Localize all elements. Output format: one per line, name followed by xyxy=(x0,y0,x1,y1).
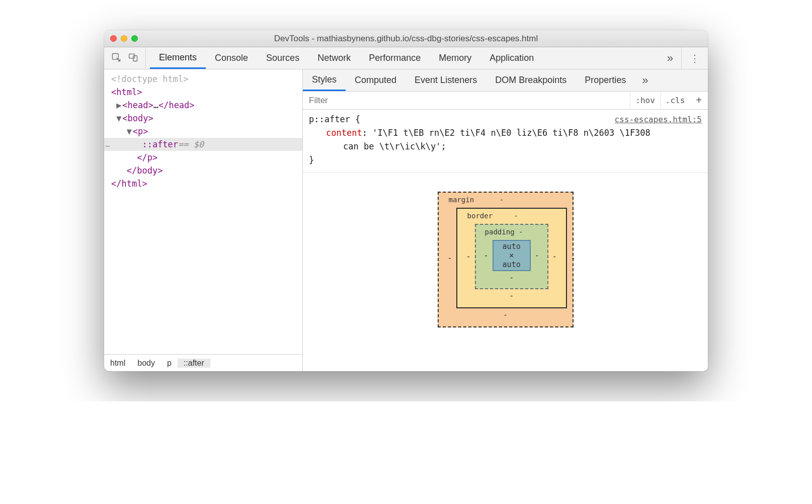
crumb-html[interactable]: html xyxy=(104,359,131,368)
styles-filter-row: :hov .cls + xyxy=(303,92,708,110)
tab-elements[interactable]: Elements xyxy=(150,47,206,69)
dom-doctype: <!doctype html> xyxy=(111,74,189,84)
dom-selected-pseudo: ::after xyxy=(142,138,178,151)
styles-filter-input[interactable] xyxy=(303,96,630,106)
box-model-padding[interactable]: padding - - auto × auto - - xyxy=(475,224,548,289)
breadcrumb: html body p ::after xyxy=(104,354,302,371)
new-style-rule-icon[interactable]: + xyxy=(690,95,708,106)
styles-tabs-overflow-icon[interactable]: » xyxy=(635,69,655,91)
border-left: - xyxy=(466,252,471,261)
toolbar-icons xyxy=(104,47,146,69)
dom-panel: <!doctype html> <html> ▶<head>…</head> ▼… xyxy=(104,69,303,371)
margin-left: - xyxy=(448,254,452,263)
prop-name-content[interactable]: content xyxy=(326,128,362,138)
tab-sources[interactable]: Sources xyxy=(257,47,308,69)
border-label: border xyxy=(467,212,493,220)
disclosure-right-icon[interactable]: ▶ xyxy=(116,99,122,112)
dom-html-close[interactable]: </html> xyxy=(111,179,147,189)
box-model-content[interactable]: auto × auto xyxy=(493,240,531,271)
tab-performance[interactable]: Performance xyxy=(360,47,430,69)
padding-right: - xyxy=(535,251,539,260)
device-toggle-icon[interactable] xyxy=(128,52,138,64)
crumb-p[interactable]: p xyxy=(161,359,178,368)
tab-console[interactable]: Console xyxy=(206,47,257,69)
prop-value-line2[interactable]: can be \t\r\ic\k\y'; xyxy=(343,141,446,151)
box-model-border[interactable]: border - - padding - - auto × auto xyxy=(456,208,567,308)
dom-selected-suffix: == $0 xyxy=(178,138,204,151)
rule-source-link[interactable]: css-escapes.html:5 xyxy=(615,113,702,126)
dom-head-open[interactable]: <head> xyxy=(122,100,153,110)
dom-selected-node[interactable]: … ::after == $0 xyxy=(104,138,302,151)
rule-selector[interactable]: p::after { xyxy=(309,113,360,126)
tab-properties[interactable]: Properties xyxy=(576,69,635,91)
tab-event-listeners[interactable]: Event Listeners xyxy=(405,69,486,91)
margin-label: margin xyxy=(449,196,474,204)
border-top: - xyxy=(514,212,518,220)
panels: <!doctype html> <html> ▶<head>…</head> ▼… xyxy=(104,69,708,371)
crumb-body[interactable]: body xyxy=(131,359,161,368)
tab-memory[interactable]: Memory xyxy=(430,47,480,69)
box-model[interactable]: margin - - border - - padding - xyxy=(303,173,708,371)
border-right: - xyxy=(552,252,557,261)
titlebar: DevTools - mathiasbynens.github.io/css-d… xyxy=(104,30,708,47)
margin-right: - xyxy=(571,254,576,263)
svg-rect-1 xyxy=(129,54,135,58)
disclosure-down-icon[interactable]: ▼ xyxy=(127,125,133,138)
dom-body-close[interactable]: </body> xyxy=(127,165,163,176)
box-model-margin[interactable]: margin - - border - - padding - xyxy=(438,192,574,327)
padding-top: - xyxy=(519,228,523,236)
gutter-ellipsis-icon[interactable]: … xyxy=(104,138,111,151)
tab-computed[interactable]: Computed xyxy=(346,69,405,91)
styles-panel: Styles Computed Event Listeners DOM Brea… xyxy=(303,69,708,371)
dom-body-open[interactable]: <body> xyxy=(122,113,153,123)
padding-label: padding xyxy=(485,228,515,236)
main-toolbar: Elements Console Sources Network Perform… xyxy=(104,47,708,69)
disclosure-down-icon[interactable]: ▼ xyxy=(116,112,122,125)
tab-styles[interactable]: Styles xyxy=(303,69,346,91)
tab-network[interactable]: Network xyxy=(308,47,360,69)
dom-head-ellipsis: … xyxy=(153,100,158,110)
border-bottom: - xyxy=(509,291,514,300)
dom-head-close: </head> xyxy=(158,100,195,110)
styles-tabs: Styles Computed Event Listeners DOM Brea… xyxy=(303,69,708,92)
rule-close-brace: } xyxy=(309,155,314,165)
kebab-menu-icon[interactable]: ⋮ xyxy=(681,47,708,69)
padding-bottom: - xyxy=(509,273,514,282)
tabs-overflow-icon[interactable]: » xyxy=(659,47,681,69)
crumb-after[interactable]: ::after xyxy=(178,359,210,368)
main-tabs: Elements Console Sources Network Perform… xyxy=(146,47,659,69)
dom-tree[interactable]: <!doctype html> <html> ▶<head>…</head> ▼… xyxy=(104,69,302,354)
toggle-cls-button[interactable]: .cls xyxy=(660,92,690,109)
inspect-icon[interactable] xyxy=(111,52,121,64)
dom-p-close[interactable]: </p> xyxy=(137,152,157,162)
dom-html-open[interactable]: <html> xyxy=(111,87,142,97)
toggle-hov-button[interactable]: :hov xyxy=(630,92,660,109)
style-rule[interactable]: p::after { css-escapes.html:5 content: '… xyxy=(303,110,708,173)
tab-application[interactable]: Application xyxy=(480,47,543,69)
padding-left: - xyxy=(484,251,489,260)
prop-value-line1[interactable]: 'I\F1 t\EB rn\E2 ti\F4 n\E0 liz\E6 ti\F8… xyxy=(372,128,651,138)
dom-p-open[interactable]: <p> xyxy=(133,126,148,136)
window-title: DevTools - mathiasbynens.github.io/css-d… xyxy=(110,34,702,44)
margin-top: - xyxy=(500,196,504,204)
devtools-window: DevTools - mathiasbynens.github.io/css-d… xyxy=(104,30,708,371)
margin-bottom: - xyxy=(503,310,508,319)
prop-colon: : xyxy=(362,128,372,138)
tab-dom-breakpoints[interactable]: DOM Breakpoints xyxy=(486,69,576,91)
